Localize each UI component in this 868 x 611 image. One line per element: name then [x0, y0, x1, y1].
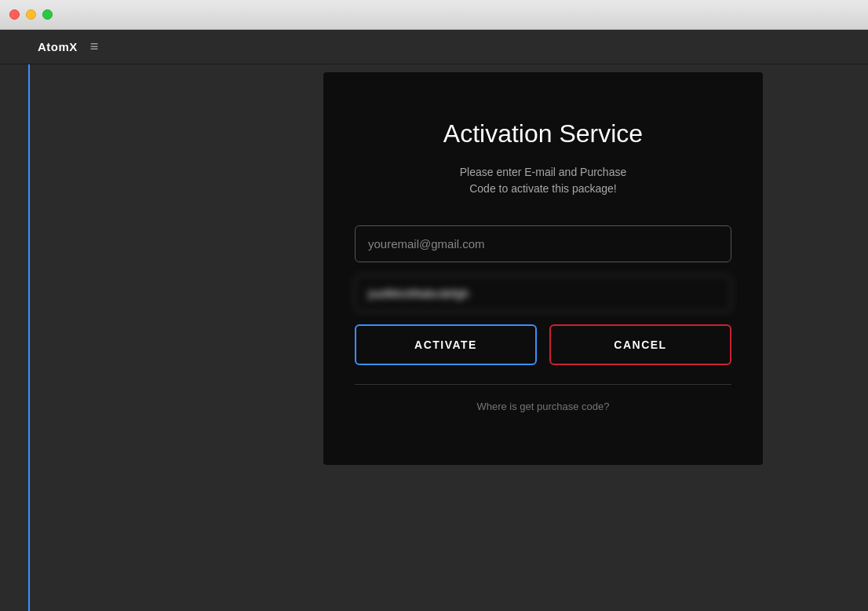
divider: [355, 384, 731, 385]
traffic-lights: [9, 9, 53, 20]
email-input[interactable]: [355, 225, 731, 262]
activation-dialog: Activation Service Please enter E-mail a…: [323, 72, 763, 465]
close-button[interactable]: [9, 9, 20, 20]
button-row: ACTIVATE CANCEL: [355, 324, 731, 365]
purchase-link[interactable]: Where is get purchase code?: [476, 401, 609, 412]
app-topbar: AtomX ≡: [0, 30, 868, 64]
dialog-title: Activation Service: [443, 119, 643, 148]
hamburger-icon[interactable]: ≡: [90, 38, 99, 55]
left-panel: [135, 72, 323, 611]
activate-button[interactable]: ACTIVATE: [355, 324, 537, 365]
app-title: AtomX: [38, 40, 78, 53]
dialog-subtitle: Please enter E-mail and PurchaseCode to …: [460, 164, 626, 197]
maximize-button[interactable]: [42, 9, 53, 20]
purchase-code-input[interactable]: [355, 275, 731, 312]
title-bar: [0, 0, 868, 30]
minimize-button[interactable]: [26, 9, 36, 20]
main-content: Activation Service Please enter E-mail a…: [30, 64, 868, 611]
left-sidebar: [0, 64, 30, 611]
cancel-button[interactable]: CANCEL: [549, 324, 731, 365]
